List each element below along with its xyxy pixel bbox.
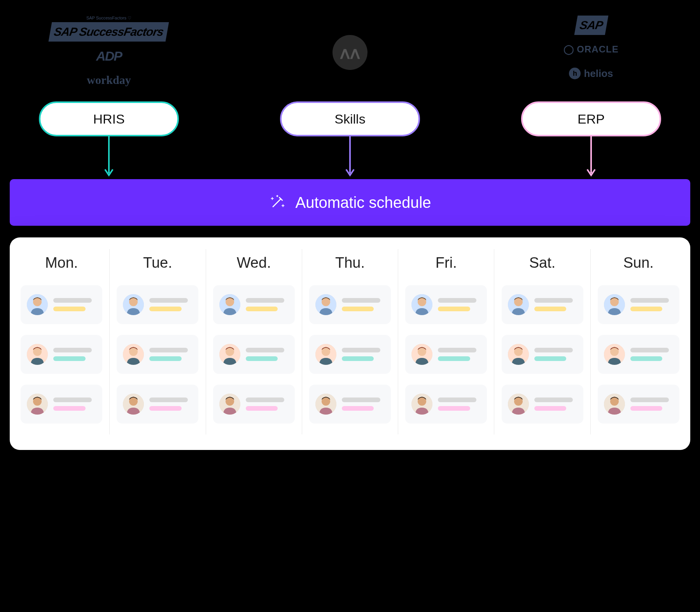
task-bar-primary [630, 398, 669, 402]
arrow-down-icon [344, 136, 356, 179]
schedule-task-card [502, 285, 583, 324]
avatar [27, 344, 48, 365]
erp-pill: ERP [521, 101, 661, 136]
task-bar-primary [246, 298, 284, 303]
avatar [123, 394, 144, 415]
task-bar-accent [534, 356, 567, 361]
task-bar-accent [342, 356, 374, 361]
schedule-task-card [309, 285, 391, 324]
task-bar-primary [246, 348, 284, 352]
task-bar-accent [149, 307, 182, 311]
arrow-down-icon [585, 136, 597, 179]
task-bars [630, 348, 673, 361]
task-bars [438, 348, 481, 361]
day-column: Wed. [206, 249, 302, 434]
hris-pill-label: HRIS [93, 112, 124, 127]
skills-logo-col: ᴧᴧ [280, 16, 420, 90]
avatar [219, 344, 240, 365]
adp-logo: ADP [96, 46, 122, 66]
task-bars [534, 398, 577, 411]
task-bar-primary [149, 348, 188, 352]
task-bar-accent [630, 406, 663, 411]
task-bar-accent [149, 356, 182, 361]
task-bar-primary [53, 348, 92, 352]
day-column: Fri. [398, 249, 494, 434]
schedule-task-card [405, 285, 487, 324]
avatar [315, 294, 336, 315]
schedule-task-card [598, 335, 679, 374]
task-bars [438, 398, 481, 411]
banner-label: Automatic schedule [295, 194, 431, 211]
task-bars [149, 348, 192, 361]
schedule-card: Mon.Tue.Wed.Thu.Fri.Sat.Sun. [10, 237, 690, 450]
task-bar-primary [534, 348, 573, 352]
task-bar-primary [630, 348, 669, 352]
task-bar-primary [534, 298, 573, 303]
automatic-schedule-banner: Automatic schedule [10, 179, 690, 226]
schedule-task-card [117, 335, 198, 374]
task-bar-accent [630, 307, 663, 311]
day-header: Fri. [436, 255, 457, 271]
avatar [219, 394, 240, 415]
avatar [27, 294, 48, 315]
task-bars [630, 298, 673, 311]
avatar [604, 294, 625, 315]
hris-logos: SAP SuccessFactors ♡ SAP SuccessFactors … [39, 16, 179, 90]
task-bars [149, 298, 192, 311]
day-column: Thu. [302, 249, 398, 434]
schedule-task-card [598, 285, 679, 324]
arrows-row [39, 136, 661, 179]
task-bar-primary [438, 398, 476, 402]
task-bars [53, 348, 96, 361]
task-bar-primary [149, 298, 188, 303]
task-bars [53, 398, 96, 411]
skills-logo-glyph: ᴧᴧ [340, 43, 360, 63]
day-column: Sun. [591, 249, 686, 434]
schedule-task-card [309, 385, 391, 424]
avatar [315, 394, 336, 415]
avatar [604, 344, 625, 365]
avatar [123, 294, 144, 315]
pills-row: HRIS Skills ERP [39, 101, 661, 136]
skills-pill: Skills [280, 101, 420, 136]
sap-logo-erp: SAP [574, 16, 608, 35]
task-bar-primary [630, 298, 669, 303]
skills-brand-logo: ᴧᴧ [332, 35, 368, 70]
task-bars [534, 298, 577, 311]
arrow-down-icon [103, 136, 115, 179]
schedule-task-card [502, 335, 583, 374]
task-bars [342, 398, 385, 411]
task-bar-accent [246, 307, 278, 311]
task-bar-primary [342, 348, 380, 352]
task-bars [342, 348, 385, 361]
task-bar-accent [53, 406, 86, 411]
task-bar-primary [438, 348, 476, 352]
task-bar-accent [246, 406, 278, 411]
day-column: Sat. [494, 249, 590, 434]
day-header: Thu. [335, 255, 365, 271]
task-bars [438, 298, 481, 311]
task-bar-accent [534, 307, 567, 311]
task-bar-accent [149, 406, 182, 411]
schedule-task-card [21, 385, 102, 424]
schedule-task-card [405, 385, 487, 424]
helios-logo: hhelios [569, 64, 613, 83]
task-bars [246, 298, 289, 311]
task-bar-primary [246, 398, 284, 402]
task-bar-accent [53, 307, 86, 311]
schedule-task-card [117, 285, 198, 324]
sap-successfactors-label: SAP SuccessFactors ♡ [86, 16, 131, 21]
task-bar-accent [53, 356, 86, 361]
task-bar-accent [630, 356, 663, 361]
avatar [604, 394, 625, 415]
task-bars [342, 298, 385, 311]
schedule-task-card [213, 335, 295, 374]
day-header: Sat. [529, 255, 556, 271]
day-header: Tue. [143, 255, 172, 271]
schedule-task-card [21, 285, 102, 324]
task-bar-accent [342, 406, 374, 411]
avatar [508, 394, 529, 415]
hris-pill: HRIS [39, 101, 179, 136]
avatar [508, 294, 529, 315]
task-bar-accent [438, 307, 470, 311]
